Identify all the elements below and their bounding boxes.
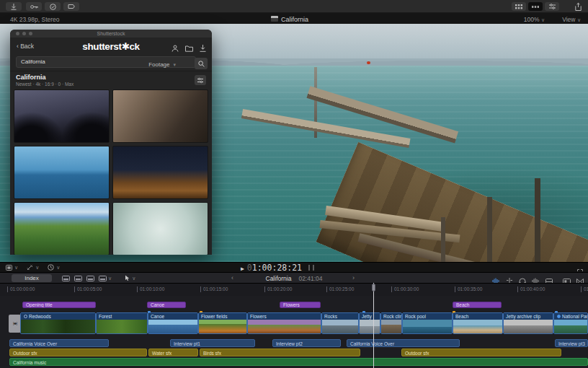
video-clip-thumbnail bbox=[248, 320, 321, 333]
search-results-grid bbox=[14, 89, 208, 255]
video-clip-thumbnail bbox=[403, 320, 452, 333]
voiceover-audio-clip[interactable]: Interview pt3 bbox=[555, 339, 588, 347]
retime-dropdown[interactable]: ∨ bbox=[48, 264, 60, 271]
video-clip-name: Canoe bbox=[148, 313, 197, 320]
timeline-ruler[interactable]: 01:00:00:0001:00:05:0001:00:10:0001:00:1… bbox=[0, 283, 588, 296]
video-clip[interactable]: Jetty archive clip bbox=[503, 312, 553, 334]
video-clip[interactable]: Rock pool bbox=[402, 312, 453, 334]
results-filter-summary: Newest · 4k · 16:9 · 0 · Max bbox=[16, 82, 74, 87]
zoom-window-icon[interactable] bbox=[29, 32, 32, 35]
playhead-handle[interactable] bbox=[372, 284, 375, 292]
title-clip[interactable]: Flowers bbox=[280, 302, 321, 308]
ruler-timecode-label: 01:00:10:00 bbox=[137, 286, 164, 292]
clapper-icon bbox=[271, 16, 278, 22]
video-clip-name: Forest bbox=[97, 313, 147, 320]
video-clip-name: Flowers bbox=[248, 313, 321, 320]
video-clip[interactable]: Canoe bbox=[148, 312, 198, 334]
ruler-timecode-label: 01:00:30:00 bbox=[391, 286, 419, 292]
trees-upward-thumbnail[interactable] bbox=[112, 202, 208, 255]
ruler-timecode-label: 01:00:05:00 bbox=[74, 286, 102, 292]
video-clip-name: Redwoods bbox=[21, 313, 95, 320]
search-button[interactable] bbox=[195, 58, 208, 69]
viewer-zoom-dropdown[interactable]: 100% ∨ bbox=[524, 16, 545, 23]
video-clip-thumbnail bbox=[322, 320, 358, 333]
filmstrip-view-icon[interactable] bbox=[528, 2, 543, 11]
close-window-icon[interactable] bbox=[16, 32, 19, 35]
video-clip-thumbnail bbox=[148, 320, 197, 333]
sand-dunes-thumbnail[interactable] bbox=[112, 89, 208, 143]
folder-icon[interactable] bbox=[185, 42, 193, 55]
video-clip[interactable]: Jetty bbox=[359, 312, 380, 334]
proxy-badge-icon bbox=[557, 315, 561, 318]
ruler-timecode-label: 01:00:20:00 bbox=[264, 286, 292, 292]
download-icon[interactable] bbox=[200, 42, 206, 55]
red-buoy bbox=[367, 61, 370, 64]
video-clip[interactable]: Rock climb bbox=[380, 312, 402, 334]
final-cut-pro-window: 4K 23.98p, Stereo California 100% ∨ View… bbox=[0, 0, 588, 368]
tag-icon[interactable] bbox=[63, 2, 79, 11]
voiceover-audio-clip[interactable]: Interview pt1 bbox=[170, 339, 255, 347]
video-clip-name: Jetty bbox=[360, 313, 380, 320]
voiceover-audio-clip[interactable]: California Voice Over bbox=[9, 339, 109, 347]
timeline-header: Index ∨ ∨ ‹ California02:41:04 › bbox=[0, 272, 588, 283]
filter-settings-icon[interactable] bbox=[195, 75, 206, 85]
voiceover-audio-clip[interactable]: Interview pt2 bbox=[272, 339, 341, 347]
ruler-timecode-label: 01:00:15:00 bbox=[200, 286, 228, 292]
starry-rocks-thumbnail[interactable] bbox=[112, 146, 208, 199]
share-icon[interactable] bbox=[572, 2, 584, 11]
sfx-audio-clip[interactable]: Water sfx bbox=[148, 349, 198, 356]
ruler-timecode-label: 01:00:35:00 bbox=[455, 286, 482, 292]
green-hills-thumbnail[interactable] bbox=[14, 202, 110, 255]
media-type-dropdown[interactable]: Footage▾ bbox=[148, 60, 176, 70]
import-media-icon[interactable] bbox=[6, 2, 22, 11]
sfx-audio-clip[interactable]: Outdoor sfx bbox=[401, 349, 561, 356]
ruler-timecode-label: 01:00:45:00 bbox=[581, 286, 588, 292]
account-icon[interactable] bbox=[172, 42, 179, 55]
sfx-audio-clip[interactable]: Outdoor sfx bbox=[9, 349, 147, 356]
adjustments-icon[interactable] bbox=[545, 2, 559, 11]
sfx-audio-clip[interactable]: Birds sfx bbox=[200, 349, 360, 356]
video-clip-name: Rock pool bbox=[403, 313, 452, 320]
viewer-view-dropdown[interactable]: View ∨ bbox=[562, 16, 581, 23]
title-clip[interactable]: Opening title bbox=[22, 302, 96, 308]
panel-window-title: Shutterstock bbox=[10, 30, 212, 38]
ocean-horizon-thumbnail[interactable] bbox=[14, 146, 110, 199]
night-forest-thumbnail[interactable] bbox=[14, 89, 110, 143]
main-toolbar bbox=[0, 0, 588, 13]
transition-clip[interactable]: |◂▸| bbox=[9, 315, 21, 333]
video-clip-name: Flower fields bbox=[199, 313, 246, 320]
video-clip[interactable]: Flowers bbox=[247, 312, 321, 334]
audio-meters-icon[interactable] bbox=[308, 265, 314, 271]
keyword-editor-icon[interactable] bbox=[26, 2, 42, 11]
video-clip-name: Rocks bbox=[322, 313, 358, 320]
video-clip-thumbnail bbox=[554, 320, 587, 333]
video-clip[interactable]: Redwoods bbox=[20, 312, 96, 334]
results-title: California bbox=[16, 74, 46, 81]
minimize-window-icon[interactable] bbox=[22, 32, 26, 35]
voiceover-audio-clip[interactable]: California Voice Over bbox=[347, 339, 460, 347]
project-format-label: 4K 23.98p, Stereo bbox=[10, 16, 60, 23]
current-timecode: ▶01:00:28:21 bbox=[241, 263, 302, 273]
ruler-timecode-label: 01:00:40:00 bbox=[517, 286, 545, 292]
video-clip-thumbnail bbox=[381, 320, 401, 333]
video-clip[interactable]: Forest bbox=[96, 312, 148, 334]
title-clip[interactable]: Canoe bbox=[147, 302, 186, 308]
next-timeline-icon[interactable]: › bbox=[352, 274, 355, 281]
video-clip[interactable]: National Park bbox=[553, 312, 588, 334]
music-audio-clip[interactable]: California music bbox=[9, 358, 588, 366]
background-tasks-icon[interactable] bbox=[45, 2, 61, 11]
video-clip[interactable]: Beach bbox=[453, 312, 503, 334]
timeline-body[interactable]: |◂▸| Opening titleCanoeFlowersBeachRedwo… bbox=[0, 296, 588, 368]
media-import-dropdown[interactable]: ∨ bbox=[6, 265, 18, 271]
title-clip[interactable]: Beach bbox=[453, 302, 502, 308]
enhancements-dropdown[interactable]: ∨ bbox=[27, 265, 39, 271]
video-clip[interactable]: Rocks bbox=[321, 312, 359, 334]
ruler-timecode-label: 01:00:25:00 bbox=[326, 286, 354, 292]
video-clip[interactable]: Flower fields bbox=[198, 312, 247, 334]
playhead[interactable] bbox=[373, 283, 374, 368]
play-icon[interactable]: ▶ bbox=[241, 266, 244, 272]
grid-view-icon[interactable] bbox=[512, 2, 526, 11]
video-clip-name: National Park bbox=[554, 313, 587, 320]
video-clip-thumbnail bbox=[453, 320, 502, 333]
panel-titlebar[interactable]: Shutterstock bbox=[10, 30, 212, 38]
